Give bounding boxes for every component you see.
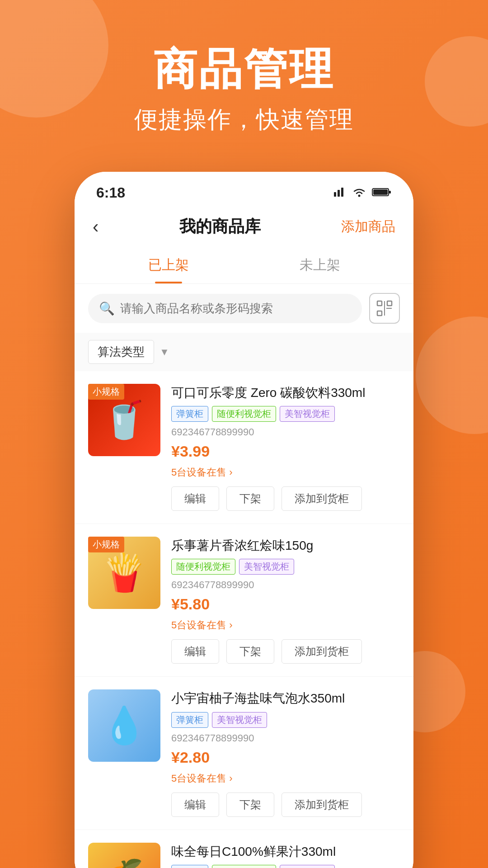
tab-listed[interactable]: 已上架	[93, 247, 244, 283]
product-name: 可口可乐零度 Zero 碳酸饮料330ml	[171, 384, 400, 401]
product-tag: 美智视觉柜	[280, 865, 335, 868]
filter-label[interactable]: 算法类型	[88, 340, 154, 364]
action-btn-添加到货柜[interactable]: 添加到货柜	[282, 486, 362, 511]
product-image: 🍊	[88, 843, 160, 868]
product-tag: 美智视觉柜	[212, 712, 267, 728]
product-info: 乐事薯片香浓红烩味150g 随便利视觉柜美智视觉柜 69234677889999…	[171, 537, 400, 664]
action-btn-下架[interactable]: 下架	[226, 639, 274, 664]
search-area: 🔍	[75, 284, 413, 333]
action-buttons: 编辑下架添加到货柜	[171, 793, 400, 817]
product-price: ¥3.99	[171, 443, 400, 460]
svg-rect-5	[389, 191, 391, 193]
battery-icon	[372, 187, 392, 199]
product-item: 💧 小宇宙柚子海盐味气泡水350ml 弹簧柜美智视觉柜 692346778899…	[75, 677, 413, 830]
device-info[interactable]: 5台设备在售 ›	[171, 466, 400, 479]
product-barcode: 692346778899990	[171, 579, 400, 591]
product-price: ¥5.80	[171, 595, 400, 613]
product-info: 可口可乐零度 Zero 碳酸饮料330ml 弹簧柜随便利视觉柜美智视觉柜 692…	[171, 384, 400, 511]
product-tags: 弹簧柜随便利视觉柜美智视觉柜	[171, 406, 400, 422]
hero-title: 商品管理	[0, 45, 488, 93]
product-img-wrap: 小规格 🍟	[88, 537, 160, 664]
product-tags: 随便利视觉柜美智视觉柜	[171, 559, 400, 575]
filter-area: 算法类型 ▼	[75, 333, 413, 371]
action-buttons: 编辑下架添加到货柜	[171, 486, 400, 511]
hero-section: 商品管理 便捷操作，快速管理	[0, 0, 488, 163]
product-tags: 弹簧柜美智视觉柜	[171, 712, 400, 728]
status-bar: 6:18	[75, 172, 413, 208]
product-tag: 弹簧柜	[171, 865, 208, 868]
search-icon: 🔍	[99, 301, 115, 316]
action-btn-添加到货柜[interactable]: 添加到货柜	[282, 793, 362, 817]
product-inner: 小规格 🥤 可口可乐零度 Zero 碳酸饮料330ml 弹簧柜随便利视觉柜美智视…	[88, 384, 400, 511]
product-item: 🍊 味全每日C100%鲜果汁330ml 弹簧柜随便利视觉柜美智视觉柜 69234…	[75, 830, 413, 868]
size-badge: 小规格	[88, 537, 124, 552]
product-tag: 随便利视觉柜	[212, 406, 276, 422]
back-button[interactable]: ‹	[93, 217, 99, 237]
filter-arrow-icon: ▼	[160, 346, 169, 358]
svg-rect-0	[334, 192, 336, 197]
action-btn-编辑[interactable]: 编辑	[171, 486, 219, 511]
size-badge: 小规格	[88, 384, 124, 400]
phone-mockup: 6:18	[75, 172, 413, 868]
svg-rect-7	[377, 301, 382, 306]
header-title: 我的商品库	[179, 216, 261, 238]
product-image: 💧	[88, 689, 160, 762]
product-tag: 美智视觉柜	[280, 406, 335, 422]
tab-unlisted[interactable]: 未上架	[244, 247, 395, 283]
product-inner: 小规格 🍟 乐事薯片香浓红烩味150g 随便利视觉柜美智视觉柜 69234677…	[88, 537, 400, 664]
product-info: 小宇宙柚子海盐味气泡水350ml 弹簧柜美智视觉柜 69234677889999…	[171, 689, 400, 816]
wifi-icon	[352, 187, 366, 199]
product-img-wrap: 💧	[88, 689, 160, 816]
app-header: ‹ 我的商品库 添加商品	[75, 208, 413, 247]
product-name: 乐事薯片香浓红烩味150g	[171, 537, 400, 554]
product-tag: 弹簧柜	[171, 406, 208, 422]
product-tag: 随便利视觉柜	[171, 559, 235, 575]
svg-rect-1	[338, 190, 340, 197]
status-time: 6:18	[96, 184, 125, 201]
bg-circle-3	[416, 316, 488, 434]
product-barcode: 692346778899990	[171, 732, 400, 744]
add-product-button[interactable]: 添加商品	[341, 217, 395, 236]
product-price: ¥2.80	[171, 749, 400, 766]
product-inner: 🍊 味全每日C100%鲜果汁330ml 弹簧柜随便利视觉柜美智视觉柜 69234…	[88, 843, 400, 868]
product-list: 小规格 🥤 可口可乐零度 Zero 碳酸饮料330ml 弹簧柜随便利视觉柜美智视…	[75, 371, 413, 868]
product-emoji: 🥤	[102, 399, 147, 441]
product-img-wrap: 🍊	[88, 843, 160, 868]
product-inner: 💧 小宇宙柚子海盐味气泡水350ml 弹簧柜美智视觉柜 692346778899…	[88, 689, 400, 816]
product-item: 小规格 🥤 可口可乐零度 Zero 碳酸饮料330ml 弹簧柜随便利视觉柜美智视…	[75, 371, 413, 524]
product-tag: 弹簧柜	[171, 712, 208, 728]
product-item: 小规格 🍟 乐事薯片香浓红烩味150g 随便利视觉柜美智视觉柜 69234677…	[75, 524, 413, 677]
device-info[interactable]: 5台设备在售 ›	[171, 772, 400, 785]
scan-button[interactable]	[369, 293, 400, 324]
product-info: 味全每日C100%鲜果汁330ml 弹簧柜随便利视觉柜美智视觉柜 6923467…	[171, 843, 400, 868]
action-btn-编辑[interactable]: 编辑	[171, 639, 219, 664]
product-emoji: 🍟	[102, 552, 147, 594]
hero-subtitle: 便捷操作，快速管理	[0, 104, 488, 136]
product-name: 味全每日C100%鲜果汁330ml	[171, 843, 400, 860]
svg-rect-8	[387, 301, 392, 306]
product-barcode: 692346778899990	[171, 426, 400, 438]
search-box: 🔍	[88, 294, 362, 323]
product-tag: 随便利视觉柜	[212, 865, 276, 868]
svg-rect-9	[377, 311, 382, 316]
action-btn-下架[interactable]: 下架	[226, 486, 274, 511]
device-info[interactable]: 5台设备在售 ›	[171, 618, 400, 632]
action-btn-添加到货柜[interactable]: 添加到货柜	[282, 639, 362, 664]
product-tag: 美智视觉柜	[239, 559, 294, 575]
tab-bar: 已上架 未上架	[75, 247, 413, 284]
search-input[interactable]	[120, 302, 351, 316]
svg-rect-6	[373, 189, 388, 195]
signal-icon	[334, 186, 347, 200]
svg-point-3	[358, 194, 361, 197]
status-icons	[334, 186, 392, 200]
product-name: 小宇宙柚子海盐味气泡水350ml	[171, 689, 400, 707]
product-emoji: 💧	[102, 704, 147, 747]
product-tags: 弹簧柜随便利视觉柜美智视觉柜	[171, 865, 400, 868]
product-img-wrap: 小规格 🥤	[88, 384, 160, 511]
action-btn-编辑[interactable]: 编辑	[171, 793, 219, 817]
svg-rect-2	[341, 188, 343, 197]
product-emoji: 🍊	[102, 858, 147, 868]
action-btn-下架[interactable]: 下架	[226, 793, 274, 817]
action-buttons: 编辑下架添加到货柜	[171, 639, 400, 664]
